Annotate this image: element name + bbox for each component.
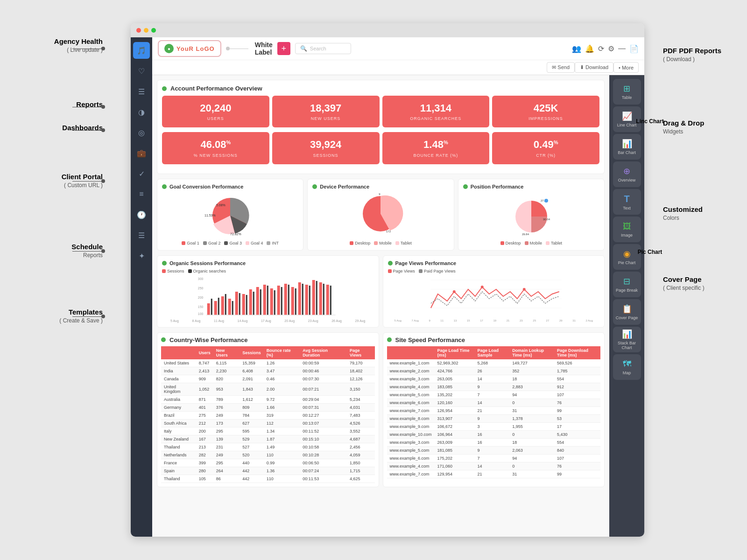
widget-stack-bar[interactable]: 📊 Stack Bar Chart bbox=[613, 327, 641, 352]
pie-chart-widget-icon: ◉ bbox=[623, 249, 631, 259]
annotation-reports: Reports bbox=[14, 100, 103, 108]
table-row: www.example_7.com129,954213199 bbox=[387, 470, 601, 478]
action-row: ✉ Send ⬇ Download • More bbox=[152, 60, 644, 75]
table-row: Australia8717891,6129.7200:29:045,234 bbox=[161, 395, 375, 403]
svg-rect-21 bbox=[221, 296, 224, 315]
svg-rect-30 bbox=[253, 292, 254, 315]
svg-point-60 bbox=[522, 288, 525, 291]
sitespeed-table: Site Speed Performance Page Load Time (m… bbox=[383, 332, 605, 487]
table-row: United Kingdom1,0529531,8432.0000:07:213… bbox=[161, 383, 375, 395]
svg-rect-40 bbox=[288, 285, 289, 315]
table-row: India2,4132,2306,4083.4700:00:4618,402 bbox=[161, 367, 375, 375]
widget-bar-chart[interactable]: 📊 Bar Chart bbox=[613, 134, 641, 160]
sidebar-icon-star[interactable]: ✦ bbox=[133, 247, 150, 264]
country-header: Country-Wise Performance bbox=[161, 336, 375, 343]
sidebar-icon-reports[interactable]: ☰ bbox=[133, 83, 150, 100]
metric-grid-bottom: 46.08% % NEW SESSIONS 39,924 SESSIONS 1.… bbox=[162, 132, 599, 164]
goal-conversion-chart: Goal Conversion Performance bbox=[157, 179, 303, 251]
main-area: ● YouR LoGO White Label + 🔍 Search bbox=[152, 37, 644, 537]
organic-x-labels: 5 Aug8 Aug11 Aug14 Aug17 Aug20 Aug23 Aug… bbox=[162, 319, 374, 322]
widget-text[interactable]: T Text bbox=[613, 189, 641, 215]
svg-rect-32 bbox=[260, 289, 261, 315]
annotation-pdf: PDF PDF Reports ( Download ) bbox=[663, 47, 738, 63]
svg-rect-22 bbox=[225, 294, 226, 315]
widget-overview[interactable]: ⊕ Overview bbox=[613, 161, 641, 187]
header-icons: 👥 🔔 ⟳ ⚙ — 📄 bbox=[572, 44, 639, 53]
sitespeed-header: Site Speed Performance bbox=[387, 336, 601, 343]
widget-page-break[interactable]: ⊟ Page Break bbox=[613, 272, 641, 297]
map-widget-icon: 🗺 bbox=[623, 359, 631, 369]
sidebar-icon-target[interactable]: ◎ bbox=[133, 124, 150, 141]
position-pie: 27.52 30.04 29.84 Desktop Mobile Tablet bbox=[463, 192, 599, 245]
table-row: France3992954400.9900:06:501,850 bbox=[161, 459, 375, 467]
sidebar-icon-portal[interactable]: 💼 bbox=[133, 145, 150, 161]
sidebar-icon-check[interactable]: ✓ bbox=[133, 165, 150, 182]
stack-bar-widget-icon: 📊 bbox=[622, 329, 632, 339]
widget-image[interactable]: 🖼 Image bbox=[613, 217, 641, 242]
table-row: www.example_5.com135,202794107 bbox=[387, 391, 601, 399]
svg-rect-23 bbox=[228, 299, 231, 315]
table-row: Thailand2132315271.4900:10:582,456 bbox=[161, 443, 375, 451]
minus-icon[interactable]: — bbox=[618, 44, 626, 53]
sidebar-icon-dashboards[interactable]: ◑ bbox=[133, 104, 150, 120]
table-row: Italy2002955951.3400:11:523,552 bbox=[161, 427, 375, 435]
white-label-text: White Label bbox=[255, 41, 273, 56]
dashboard-content: Account Performance Overview 20,240 USER… bbox=[152, 75, 609, 537]
sitespeed-dot bbox=[387, 337, 392, 342]
svg-rect-24 bbox=[232, 301, 233, 315]
widget-table[interactable]: ⊞ Table bbox=[613, 79, 641, 105]
device-pie: 9 172 Desktop Mobile Tablet bbox=[312, 192, 449, 245]
svg-rect-36 bbox=[274, 290, 275, 315]
sidebar-icon-heart[interactable]: ♡ bbox=[133, 63, 150, 79]
col-new-users: New Users bbox=[213, 346, 240, 359]
svg-text:100: 100 bbox=[198, 312, 204, 315]
sidebar-icon-music[interactable]: 🎵 bbox=[133, 42, 150, 59]
svg-rect-38 bbox=[281, 287, 282, 315]
svg-rect-51 bbox=[326, 285, 329, 315]
search-box[interactable]: 🔍 Search bbox=[295, 43, 351, 54]
refresh-icon[interactable]: ⟳ bbox=[598, 44, 604, 53]
browser-window: 🎵 ♡ ☰ ◑ ◎ 💼 ✓ ≡ 🕐 ☰ ✦ ● YouR LoGO bbox=[131, 23, 644, 537]
download-button[interactable]: ⬇ Download bbox=[575, 62, 613, 73]
svg-rect-49 bbox=[319, 282, 322, 315]
annotation-customized: Customized Colors bbox=[663, 205, 738, 222]
send-button[interactable]: ✉ Send bbox=[547, 62, 575, 73]
browser-minimize-dot[interactable] bbox=[144, 28, 148, 33]
sidebar-icon-clock[interactable]: 🕐 bbox=[133, 206, 150, 223]
users-icon[interactable]: 👥 bbox=[572, 44, 581, 53]
search-icon: 🔍 bbox=[300, 45, 307, 52]
table-widget-icon: ⊞ bbox=[623, 84, 630, 94]
pageviews-x-labels: 5 Aug7 Aug911131517192123252729312 Aug bbox=[388, 319, 600, 322]
widget-map[interactable]: 🗺 Map bbox=[613, 354, 641, 380]
svg-text:150: 150 bbox=[198, 305, 204, 308]
svg-rect-42 bbox=[295, 288, 296, 315]
browser-maximize-dot[interactable] bbox=[151, 28, 156, 33]
col-load-time: Page Load Time (ms) bbox=[435, 346, 475, 359]
svg-rect-44 bbox=[302, 284, 303, 315]
page-icon[interactable]: 📄 bbox=[629, 44, 639, 53]
col-load-sample: Page Load Sample bbox=[474, 346, 509, 359]
cover-page-widget-icon: 📋 bbox=[622, 304, 632, 314]
sidebar-icon-templates[interactable]: ☰ bbox=[133, 227, 150, 244]
organic-bar-svg: 300 250 200 150 100 bbox=[162, 275, 374, 317]
widget-cover-page[interactable]: 📋 Cover Page bbox=[613, 299, 641, 325]
add-button[interactable]: + bbox=[277, 42, 290, 55]
annotation-client-portal: Client Portal ( Custom URL ) bbox=[14, 173, 103, 189]
col-sessions: Sessions bbox=[240, 346, 264, 359]
table-row: Netherlands28224952011000:10:284,059 bbox=[161, 451, 375, 459]
table-row: www.example_9.com106,67231,95517 bbox=[387, 422, 601, 430]
table-row: Thailand1058644211000:11:534,625 bbox=[161, 475, 375, 483]
table-row: www.example_6.com120,16014076 bbox=[387, 399, 601, 406]
position-performance-chart: Position Performance 27.52 30.04 bbox=[458, 179, 605, 251]
metric-new-users: 18,397 NEW USERS bbox=[272, 96, 380, 127]
svg-rect-25 bbox=[235, 292, 238, 315]
svg-rect-47 bbox=[312, 280, 315, 315]
gear-icon[interactable]: ⚙ bbox=[608, 44, 614, 53]
annotation-agency-health: Agency Health ( Live update ) bbox=[14, 37, 103, 54]
more-button[interactable]: • More bbox=[613, 62, 639, 73]
bell-icon[interactable]: 🔔 bbox=[585, 44, 594, 53]
sidebar-icon-schedule[interactable]: ≡ bbox=[133, 186, 150, 203]
browser-close-dot[interactable] bbox=[136, 28, 141, 33]
sitespeed-data-table: Page Load Time (ms) Page Load Sample Dom… bbox=[387, 346, 601, 478]
sidebar-icons: 🎵 ♡ ☰ ◑ ◎ 💼 ✓ ≡ 🕐 ☰ ✦ bbox=[131, 37, 152, 537]
